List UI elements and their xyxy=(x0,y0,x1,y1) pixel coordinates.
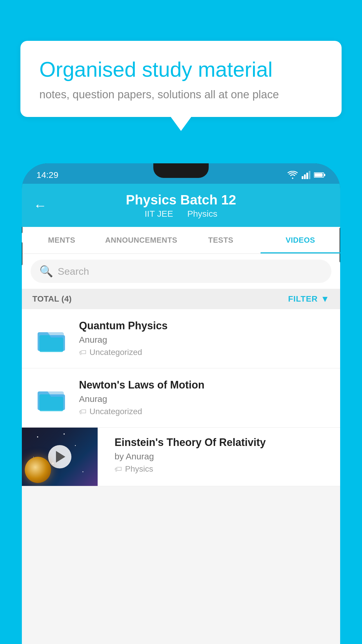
filter-icon: ▼ xyxy=(321,294,330,304)
stars-background xyxy=(22,428,98,486)
tab-ments[interactable]: MENTS xyxy=(22,227,101,253)
tag-icon: 🏷 xyxy=(79,348,87,357)
bubble-title: Organised study material xyxy=(39,57,323,82)
video-tag-label-2: Uncategorized xyxy=(89,407,142,416)
battery-icon xyxy=(314,172,326,178)
header-subtitle: IIT JEE Physics xyxy=(142,209,220,219)
tab-videos[interactable]: VIDEOS xyxy=(261,227,340,253)
video-list: Quantum Physics Anurag 🏷 Uncategorized xyxy=(22,309,340,486)
svg-rect-1 xyxy=(304,174,306,179)
video-info-2: Newton's Laws of Motion Anurag 🏷 Uncateg… xyxy=(79,379,330,416)
phone-screen: 14:29 xyxy=(22,163,340,644)
header-subtitle-part1: IIT JEE xyxy=(145,209,173,218)
video-author-1: Anurag xyxy=(79,335,330,345)
video-thumbnail-1 xyxy=(32,320,70,358)
list-item[interactable]: Newton's Laws of Motion Anurag 🏷 Uncateg… xyxy=(22,368,340,428)
video-author-2: Anurag xyxy=(79,394,330,404)
video-tag-label-3: Physics xyxy=(125,464,153,474)
list-item[interactable]: Quantum Physics Anurag 🏷 Uncategorized xyxy=(22,309,340,368)
tab-announcements[interactable]: ANNOUNCEMENTS xyxy=(101,227,181,253)
video-title-1: Quantum Physics xyxy=(79,320,330,332)
video-thumbnail-3 xyxy=(22,428,98,486)
header-subtitle-part2: Physics xyxy=(187,209,217,218)
video-info-3: Einstein's Theory Of Relativity by Anura… xyxy=(106,428,340,482)
list-item[interactable]: Einstein's Theory Of Relativity by Anura… xyxy=(22,428,340,486)
app-header: ← Physics Batch 12 IIT JEE Physics xyxy=(22,184,340,227)
folder-icon xyxy=(35,324,67,353)
tabs-bar: MENTS ANNOUNCEMENTS TESTS VIDEOS xyxy=(22,227,340,254)
status-icons xyxy=(287,171,326,179)
total-count-label: TOTAL (4) xyxy=(32,294,72,304)
video-thumbnail-2 xyxy=(32,379,70,417)
header-title: Physics Batch 12 xyxy=(126,192,236,208)
video-title-3: Einstein's Theory Of Relativity xyxy=(115,436,332,449)
video-info-1: Quantum Physics Anurag 🏷 Uncategorized xyxy=(79,320,330,357)
search-placeholder: Search xyxy=(58,266,89,277)
status-bar: 14:29 xyxy=(22,163,340,184)
filter-row: TOTAL (4) FILTER ▼ xyxy=(22,289,340,309)
speech-bubble: Organised study material notes, question… xyxy=(20,41,342,117)
status-time: 14:29 xyxy=(36,170,58,180)
folder-icon xyxy=(35,383,67,412)
bubble-subtitle: notes, question papers, solutions all at… xyxy=(39,88,323,101)
wifi-icon xyxy=(287,171,298,179)
svg-rect-0 xyxy=(302,176,303,179)
filter-button[interactable]: FILTER ▼ xyxy=(288,294,330,304)
signal-icon xyxy=(302,171,310,179)
svg-rect-6 xyxy=(324,174,325,176)
tag-icon: 🏷 xyxy=(79,407,87,416)
video-title-2: Newton's Laws of Motion xyxy=(79,379,330,391)
svg-rect-5 xyxy=(314,173,323,177)
phone-frame: 14:29 xyxy=(22,163,340,644)
tab-tests[interactable]: TESTS xyxy=(181,227,261,253)
speech-bubble-container: Organised study material notes, question… xyxy=(20,41,342,117)
search-bar[interactable]: 🔍 Search xyxy=(31,260,331,283)
filter-label: FILTER xyxy=(288,294,318,304)
back-button[interactable]: ← xyxy=(34,197,47,213)
svg-rect-2 xyxy=(306,173,308,179)
video-tag-label-1: Uncategorized xyxy=(89,348,142,357)
video-tag-1: 🏷 Uncategorized xyxy=(79,348,330,357)
search-bar-wrapper: 🔍 Search xyxy=(22,254,340,289)
tag-icon: 🏷 xyxy=(115,465,122,474)
video-author-3: by Anurag xyxy=(115,452,332,461)
video-tag-3: 🏷 Physics xyxy=(115,464,332,474)
search-icon: 🔍 xyxy=(39,265,53,278)
video-tag-2: 🏷 Uncategorized xyxy=(79,407,330,416)
svg-rect-3 xyxy=(309,171,310,179)
app-content: 🔍 Search TOTAL (4) FILTER ▼ xyxy=(22,254,340,644)
